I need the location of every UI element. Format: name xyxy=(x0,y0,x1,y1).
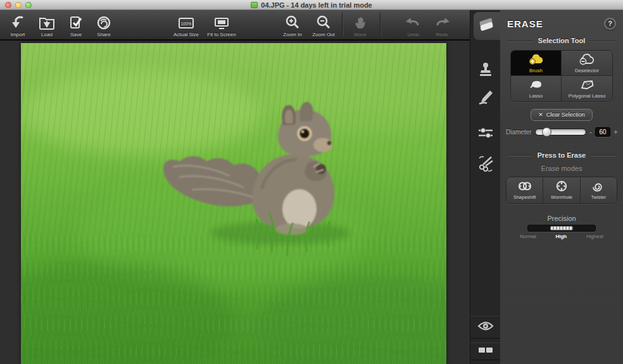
twister-label: Twister xyxy=(591,194,606,200)
before-after-icon xyxy=(477,346,494,357)
preview-original-button[interactable] xyxy=(470,316,501,339)
undo-button[interactable]: Undo xyxy=(398,13,429,37)
shapeshift-mode-button[interactable]: Shapeshift xyxy=(507,177,543,203)
toolbar-separator xyxy=(342,13,343,37)
svg-text:100%: 100% xyxy=(181,22,192,26)
undo-label: Undo xyxy=(407,32,419,37)
save-button[interactable]: Save xyxy=(61,13,91,37)
redo-button[interactable]: Redo xyxy=(427,13,457,37)
canvas-area xyxy=(0,41,470,364)
toolbar: Import Load Save Share 100% Actual Size xyxy=(0,10,470,40)
lasso-tool-button[interactable]: Lasso xyxy=(511,76,562,101)
close-button[interactable] xyxy=(5,2,11,8)
polygonal-lasso-label: Polygonal Lasso xyxy=(569,93,606,99)
crop-resize-tool[interactable] xyxy=(470,151,501,179)
import-icon xyxy=(9,15,26,30)
zoom-out-icon xyxy=(316,15,331,30)
zoom-in-icon xyxy=(285,15,300,30)
undo-icon xyxy=(405,16,422,30)
polygonal-lasso-icon xyxy=(578,78,596,92)
photo-squirrel[interactable] xyxy=(21,43,446,364)
tool-strip xyxy=(470,10,500,364)
before-after-button[interactable] xyxy=(470,342,501,360)
deselector-tool-button[interactable]: Deselector xyxy=(562,51,612,76)
precision-options: Normal High Highest xyxy=(520,234,603,239)
press-to-erase-header: Press to Erase xyxy=(507,151,617,159)
titlebar: 04.JPG - 14 days left in trial mode xyxy=(0,0,623,10)
brush-tool-button[interactable]: Brush xyxy=(511,51,562,76)
move-hand-icon xyxy=(353,15,368,30)
document-icon xyxy=(251,2,258,8)
selection-tool-header: Selection Tool xyxy=(507,37,617,44)
polygonal-lasso-tool-button[interactable]: Polygonal Lasso xyxy=(562,76,612,101)
eraser-icon xyxy=(477,16,496,35)
share-icon xyxy=(96,15,112,30)
minimize-button[interactable] xyxy=(15,2,22,8)
move-button[interactable]: Move xyxy=(345,13,375,37)
clear-selection-button[interactable]: ✕ Clear Selection xyxy=(531,109,593,121)
erase-modes-label: Erase modes xyxy=(500,165,623,172)
sliders-icon xyxy=(477,126,494,142)
import-label: Import xyxy=(11,32,25,37)
traffic-lights xyxy=(5,2,32,8)
brush-cloud-icon xyxy=(527,53,545,67)
panel-title: ERASE xyxy=(507,18,543,29)
diameter-value[interactable]: 60 xyxy=(595,127,610,137)
diameter-label: Diameter xyxy=(506,129,532,135)
precision-label: Precision xyxy=(500,215,623,222)
adjustments-tool[interactable] xyxy=(470,120,501,148)
scissors-icon xyxy=(477,154,494,175)
share-label: Share xyxy=(97,32,110,37)
actual-size-button[interactable]: 100% Actual Size xyxy=(170,13,203,37)
load-button[interactable]: Load xyxy=(32,13,62,37)
load-icon xyxy=(39,15,55,30)
wormhole-icon xyxy=(555,180,569,193)
panel-header: ERASE ? xyxy=(500,10,623,37)
precision-option-high[interactable]: High xyxy=(555,234,567,239)
zoom-in-label: Zoom In xyxy=(283,32,301,37)
clone-stamp-tool[interactable] xyxy=(470,57,501,85)
maximize-button[interactable] xyxy=(25,2,32,8)
precision-slider-thumb[interactable] xyxy=(550,226,573,230)
window-title: 04.JPG - 14 days left in trial mode xyxy=(261,1,372,9)
fit-to-screen-label: Fit to Screen xyxy=(207,32,236,37)
save-icon xyxy=(68,15,84,30)
twister-mode-button[interactable]: Twister xyxy=(581,177,617,203)
precision-option-highest[interactable]: Highest xyxy=(586,234,603,239)
import-button[interactable]: Import xyxy=(3,13,33,37)
retouch-tool[interactable] xyxy=(470,85,501,113)
deselector-cloud-icon xyxy=(578,53,596,67)
diameter-row: Diameter - 60 + xyxy=(506,127,618,137)
divider-line xyxy=(507,155,533,156)
lasso-icon xyxy=(527,78,545,92)
app-window: 04.JPG - 14 days left in trial mode Impo… xyxy=(0,0,623,364)
toolbar-separator-2 xyxy=(380,13,381,37)
diameter-increase-button[interactable]: + xyxy=(614,129,618,136)
share-button[interactable]: Share xyxy=(89,13,119,37)
zoom-in-button[interactable]: Zoom In xyxy=(277,13,308,37)
diameter-decrease-button[interactable]: - xyxy=(589,129,592,136)
actual-size-icon: 100% xyxy=(177,16,195,30)
zoom-out-label: Zoom Out xyxy=(312,32,335,37)
erase-tool-tab[interactable] xyxy=(474,12,500,40)
fit-to-screen-icon xyxy=(213,16,230,30)
redo-icon xyxy=(434,16,450,30)
redo-label: Redo xyxy=(436,32,448,37)
help-button[interactable]: ? xyxy=(604,18,616,30)
zoom-out-button[interactable]: Zoom Out xyxy=(308,13,339,37)
selection-tool-grid: Brush Deselector Lasso Polygonal Lasso xyxy=(510,50,613,102)
wormhole-label: Wormhole xyxy=(551,194,572,200)
save-label: Save xyxy=(70,32,82,37)
diameter-slider-thumb[interactable] xyxy=(542,127,551,137)
diameter-slider[interactable] xyxy=(535,129,586,135)
wormhole-mode-button[interactable]: Wormhole xyxy=(543,177,580,203)
move-label: Move xyxy=(354,32,367,37)
lasso-label: Lasso xyxy=(529,93,543,99)
precision-option-normal[interactable]: Normal xyxy=(520,234,536,239)
shapeshift-icon xyxy=(517,180,533,193)
fit-to-screen-button[interactable]: Fit to Screen xyxy=(204,13,239,37)
stamp-icon xyxy=(477,61,494,80)
shapeshift-label: Shapeshift xyxy=(513,194,536,200)
precision-slider[interactable] xyxy=(527,225,596,232)
twister-icon xyxy=(591,180,605,193)
